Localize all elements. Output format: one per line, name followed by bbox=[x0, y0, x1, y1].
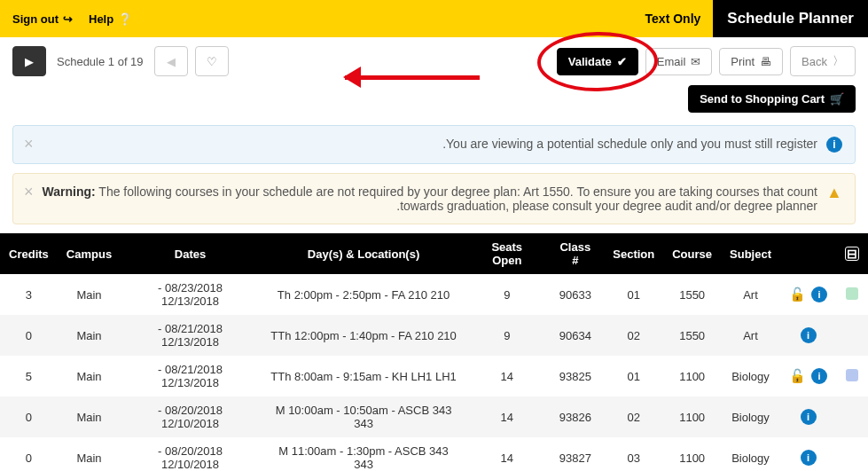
cell-section: 02 bbox=[604, 396, 663, 437]
cell-seats: 14 bbox=[467, 437, 546, 471]
cell-credits: 0 bbox=[0, 315, 58, 356]
row-actions-cell: i🔓 bbox=[780, 356, 836, 396]
cell-seats: 14 bbox=[467, 356, 546, 396]
cell-course: 1550 bbox=[663, 315, 721, 356]
cell-campus: Main bbox=[58, 315, 121, 356]
row-swatch-cell bbox=[836, 437, 868, 471]
table-body: i🔓Art155001906339Th 2:00pm - 2:50pm - FA… bbox=[0, 274, 868, 471]
warning-label: Warning: bbox=[43, 184, 96, 199]
close-icon[interactable]: × bbox=[24, 183, 34, 201]
print-icon: 🖶 bbox=[760, 55, 771, 68]
pager-text: Schedule 1 of 19 bbox=[57, 55, 144, 68]
email-button[interactable]: ✉Email bbox=[645, 48, 713, 75]
th-section: Section bbox=[604, 233, 663, 274]
signout-icon: ↪ bbox=[63, 12, 73, 26]
cell-seats: 9 bbox=[467, 274, 546, 315]
print-label: Print bbox=[731, 55, 755, 68]
text-only-link[interactable]: Text Only bbox=[645, 12, 701, 26]
row-actions-cell: i🔓 bbox=[780, 274, 836, 315]
info-icon[interactable]: i bbox=[811, 368, 827, 384]
cell-campus: Main bbox=[58, 396, 121, 437]
cell-seats: 9 bbox=[467, 315, 546, 356]
warning-icon: ▲ bbox=[826, 184, 842, 200]
email-label: Email bbox=[657, 55, 686, 68]
cell-course: 1100 bbox=[663, 356, 721, 396]
cell-credits: 5 bbox=[0, 356, 58, 396]
row-swatch-cell bbox=[836, 315, 868, 356]
cell-credits: 0 bbox=[0, 437, 58, 471]
app-header: Schedule Planner Text Only ❔Help ↪Sign o… bbox=[0, 0, 868, 37]
info-icon: i bbox=[826, 137, 842, 153]
back-label: Back bbox=[802, 55, 827, 68]
validate-label: Validate bbox=[568, 55, 612, 68]
print-button[interactable]: 🖶Print bbox=[719, 48, 783, 75]
email-icon: ✉ bbox=[691, 55, 700, 68]
pager-prev-button[interactable]: ◀ bbox=[154, 46, 188, 76]
signout-link[interactable]: ↪Sign out bbox=[12, 12, 73, 26]
cell-subject: Biology bbox=[721, 437, 780, 471]
favorite-button[interactable]: ♡ bbox=[195, 46, 229, 76]
cell-section: 02 bbox=[604, 315, 663, 356]
cell-days: M 10:00am - 10:50am - ASCB 343 343 bbox=[260, 396, 467, 437]
cell-days: TTh 8:00am - 9:15am - KH LH1 LH1 bbox=[260, 356, 467, 396]
cell-seats: 14 bbox=[467, 396, 546, 437]
cell-class: 93825 bbox=[546, 356, 604, 396]
cell-dates: 08/23/2018 - 12/13/2018 bbox=[121, 274, 260, 315]
cell-credits: 3 bbox=[0, 274, 58, 315]
back-button[interactable]: 〈Back bbox=[790, 46, 856, 76]
row-swatch-cell bbox=[836, 274, 868, 315]
th-course: Course bbox=[663, 233, 721, 274]
color-swatch bbox=[846, 369, 858, 381]
th-class: Class # bbox=[546, 233, 604, 274]
cell-credits: 0 bbox=[0, 396, 58, 437]
cell-section: 01 bbox=[604, 274, 663, 315]
check-icon: ✔ bbox=[617, 55, 627, 68]
row-actions-cell: i bbox=[780, 315, 836, 356]
help-label: Help bbox=[89, 12, 113, 26]
cell-course: 1100 bbox=[663, 437, 721, 471]
cell-class: 90633 bbox=[546, 274, 604, 315]
th-seats: Seats Open bbox=[467, 233, 546, 274]
lock-icon[interactable]: 🔓 bbox=[789, 368, 806, 384]
send-to-cart-button[interactable]: 🛒Send to Shopping Cart bbox=[688, 85, 856, 113]
chevron-left-icon: 〈 bbox=[833, 53, 844, 69]
minus-icon: ⊟ bbox=[845, 247, 859, 261]
row-swatch-cell bbox=[836, 396, 868, 437]
validate-button[interactable]: ✔Validate bbox=[557, 48, 638, 75]
table-row: iBiology1100029382614M 10:00am - 10:50am… bbox=[0, 396, 868, 437]
close-icon[interactable]: × bbox=[24, 135, 34, 153]
cell-subject: Biology bbox=[721, 396, 780, 437]
toolbar-pager: ♡ ◀ Schedule 1 of 19 ▶ bbox=[12, 46, 229, 76]
table-row: i🔓Art155001906339Th 2:00pm - 2:50pm - FA… bbox=[0, 274, 868, 315]
chevron-left-icon: ◀ bbox=[167, 55, 176, 68]
cell-class: 93827 bbox=[546, 437, 604, 471]
row-swatch-cell bbox=[836, 356, 868, 396]
actions-header bbox=[780, 233, 836, 274]
cell-dates: 08/21/2018 - 12/13/2018 bbox=[121, 356, 260, 396]
cell-subject: Biology bbox=[721, 356, 780, 396]
schedule-table: ⊟ Subject Course Section Class # Seats O… bbox=[0, 233, 868, 471]
help-link[interactable]: ❔Help bbox=[89, 12, 132, 26]
cell-dates: 08/21/2018 - 12/13/2018 bbox=[121, 315, 260, 356]
table-row: iBiology1100039382714M 11:00am - 1:30pm … bbox=[0, 437, 868, 471]
th-credits: Credits bbox=[0, 233, 58, 274]
pager-next-button[interactable]: ▶ bbox=[12, 46, 46, 76]
row-actions-cell: i bbox=[780, 396, 836, 437]
warning-body: The following courses in your schedule a… bbox=[96, 184, 817, 213]
cell-subject: Art bbox=[721, 274, 780, 315]
cell-course: 1550 bbox=[663, 274, 721, 315]
collapse-header[interactable]: ⊟ bbox=[836, 233, 868, 274]
info-icon[interactable]: i bbox=[801, 327, 817, 343]
cell-campus: Main bbox=[58, 274, 121, 315]
lock-icon[interactable]: 🔓 bbox=[789, 287, 806, 302]
info-icon[interactable]: i bbox=[801, 450, 817, 466]
info-alert: i You are viewing a potential schedule o… bbox=[12, 125, 856, 164]
th-subject: Subject bbox=[721, 233, 780, 274]
cell-days: Th 2:00pm - 2:50pm - FA 210 210 bbox=[260, 274, 467, 315]
cell-dates: 08/20/2018 - 12/10/2018 bbox=[121, 396, 260, 437]
cell-campus: Main bbox=[58, 356, 121, 396]
table-row: i🔓Biology1100019382514TTh 8:00am - 9:15a… bbox=[0, 356, 868, 396]
info-icon[interactable]: i bbox=[801, 409, 817, 425]
info-icon[interactable]: i bbox=[811, 287, 827, 302]
cell-section: 03 bbox=[604, 437, 663, 471]
